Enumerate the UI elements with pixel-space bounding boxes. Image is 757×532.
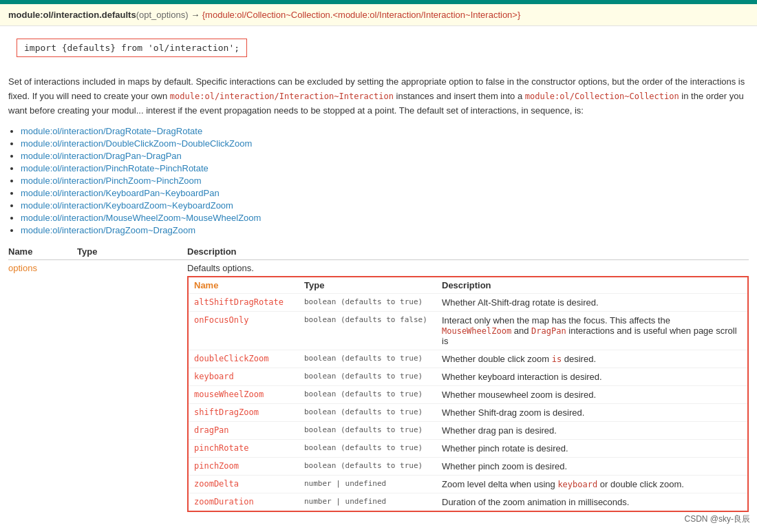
params-table: Name Type Description options Defaults o… <box>8 244 749 518</box>
breadcrumb-link[interactable]: {module:ol/Collection~Collection.<module… <box>202 10 521 20</box>
options-sub-table: Name Type Description altShiftDragRotate… <box>187 276 749 512</box>
prop-desc: Zoom level delta when using keyboard or … <box>442 479 742 489</box>
list-item: module:ol/interaction/MouseWheelZoom~Mou… <box>21 213 749 223</box>
prop-name: zoomDuration <box>194 497 304 507</box>
prop-type: boolean (defaults to true) <box>304 443 442 452</box>
col-header-desc: Description <box>187 246 749 257</box>
prop-name: mouseWheelZoom <box>194 390 304 399</box>
mousewheelzoom-link: MouseWheelZoom <box>442 326 511 336</box>
prop-name: onFocusOnly <box>194 315 304 325</box>
sub-row-altShiftDragRotate: altShiftDragRotate boolean (defaults to … <box>189 293 747 311</box>
prop-type: boolean (defaults to true) <box>304 390 442 398</box>
interaction-link[interactable]: module:ol/interaction/PinchZoom~PinchZoo… <box>21 175 202 186</box>
watermark: CSDN @sky-良辰 <box>684 513 750 525</box>
prop-name: altShiftDragRotate <box>194 297 304 307</box>
inline-code-2: module:ol/Collection~Collection <box>525 92 679 101</box>
col-header-type: Type <box>77 246 187 257</box>
sub-row-onFocusOnly: onFocusOnly boolean (defaults to false) … <box>189 311 747 350</box>
prop-type: boolean (defaults to true) <box>304 372 442 381</box>
sub-row-zoomDelta: zoomDelta number | undefined Zoom level … <box>189 475 747 493</box>
prop-name: pinchZoom <box>194 461 304 471</box>
interactions-list: module:ol/interaction/DragRotate~DragRot… <box>21 126 749 235</box>
list-item: module:ol/interaction/PinchRotate~PinchR… <box>21 163 749 173</box>
sub-col-header-desc: Description <box>442 280 742 290</box>
prop-type: boolean (defaults to true) <box>304 407 442 416</box>
interaction-link[interactable]: module:ol/interaction/PinchRotate~PinchR… <box>21 163 209 173</box>
interaction-link[interactable]: module:ol/interaction/DoubleClickZoom~Do… <box>21 138 252 149</box>
sub-table-header: Name Type Description <box>189 277 747 293</box>
options-type <box>77 263 187 515</box>
sub-row-pinchZoom: pinchZoom boolean (defaults to true) Whe… <box>189 457 747 475</box>
list-item: module:ol/interaction/KeyboardPan~Keyboa… <box>21 188 749 198</box>
prop-name: doubleClickZoom <box>194 354 304 363</box>
options-desc: Defaults options. Name Type Description … <box>187 263 749 515</box>
sub-row-pinchRotate: pinchRotate boolean (defaults to true) W… <box>189 439 747 457</box>
arrow-icon: → <box>191 10 202 20</box>
options-name: options <box>8 263 77 515</box>
prop-type: boolean (defaults to true) <box>304 354 442 363</box>
description-paragraph: Set of interactions included in maps by … <box>8 75 749 118</box>
list-item: module:ol/interaction/DoubleClickZoom~Do… <box>21 138 749 149</box>
prop-type: number | undefined <box>304 479 442 488</box>
breadcrumb: module:ol/interaction.defaults(opt_optio… <box>0 4 757 26</box>
prop-desc: Whether keyboard interaction is desired. <box>442 372 742 382</box>
prop-name: keyboard <box>194 372 304 381</box>
interaction-link[interactable]: module:ol/interaction/DragPan~DragPan <box>21 151 182 161</box>
interaction-link[interactable]: module:ol/interaction/DragZoom~DragZoom <box>21 225 195 235</box>
prop-desc: Whether pinch zoom is desired. <box>442 461 742 471</box>
interaction-link[interactable]: module:ol/interaction/MouseWheelZoom~Mou… <box>21 213 261 223</box>
prop-type: boolean (defaults to true) <box>304 425 442 434</box>
description-section: Set of interactions included in maps by … <box>8 75 749 118</box>
prop-desc: Whether Alt-Shift-drag rotate is desired… <box>442 297 742 308</box>
inline-code: is <box>552 354 562 364</box>
import-code: import {defaults} from 'ol/interaction'; <box>24 43 239 53</box>
prop-desc: Whether double click zoom is desired. <box>442 354 742 364</box>
dragpan-link: DragPan <box>531 326 566 336</box>
list-item: module:ol/interaction/DragZoom~DragZoom <box>21 225 749 235</box>
params-table-header: Name Type Description <box>8 244 749 260</box>
prop-type: number | undefined <box>304 497 442 506</box>
prop-type: boolean (defaults to true) <box>304 461 442 470</box>
list-item: module:ol/interaction/KeyboardZoom~Keybo… <box>21 200 749 211</box>
prop-name: dragPan <box>194 425 304 435</box>
sub-row-dragPan: dragPan boolean (defaults to true) Wheth… <box>189 421 747 439</box>
prop-desc: Whether mousewheel zoom is desired. <box>442 390 742 400</box>
interaction-link[interactable]: module:ol/interaction/KeyboardPan~Keyboa… <box>21 188 220 198</box>
list-item: module:ol/interaction/PinchZoom~PinchZoo… <box>21 175 749 186</box>
inline-code-1: module:ol/interaction/Interaction~Intera… <box>170 92 394 101</box>
sub-row-keyboard: keyboard boolean (defaults to true) Whet… <box>189 368 747 385</box>
sub-col-header-name: Name <box>194 280 304 290</box>
prop-name: pinchRotate <box>194 443 304 453</box>
prop-desc: Whether drag pan is desired. <box>442 425 742 436</box>
sub-col-header-type: Type <box>304 280 442 290</box>
sub-row-shiftDragZoom: shiftDragZoom boolean (defaults to true)… <box>189 403 747 421</box>
sub-row-doubleClickZoom: doubleClickZoom boolean (defaults to tru… <box>189 350 747 368</box>
import-code-block: import {defaults} from 'ol/interaction'; <box>17 39 247 57</box>
sub-row-zoomDuration: zoomDuration number | undefined Duration… <box>189 493 747 511</box>
inline-code: keyboard <box>557 480 597 489</box>
options-row: options Defaults options. Name Type Desc… <box>8 260 749 518</box>
interaction-link[interactable]: module:ol/interaction/KeyboardZoom~Keybo… <box>21 200 233 211</box>
interaction-link[interactable]: module:ol/interaction/DragRotate~DragRot… <box>21 126 202 136</box>
prop-desc: Whether pinch rotate is desired. <box>442 443 742 454</box>
function-name: module:ol/interaction.defaults <box>8 10 136 20</box>
param-name: (opt_options) <box>136 10 189 20</box>
prop-type: boolean (defaults to true) <box>304 297 442 306</box>
prop-desc: Interact only when the map has the focus… <box>442 315 742 346</box>
prop-desc: Whether Shift-drag zoom is desired. <box>442 407 742 418</box>
prop-name: shiftDragZoom <box>194 407 304 417</box>
prop-type: boolean (defaults to false) <box>304 315 442 324</box>
list-item: module:ol/interaction/DragPan~DragPan <box>21 151 749 161</box>
list-item: module:ol/interaction/DragRotate~DragRot… <box>21 126 749 136</box>
prop-name: zoomDelta <box>194 479 304 489</box>
col-header-name: Name <box>8 246 77 257</box>
prop-desc: Duration of the zoom animation in millis… <box>442 497 742 507</box>
sub-row-mouseWheelZoom: mouseWheelZoom boolean (defaults to true… <box>189 385 747 403</box>
